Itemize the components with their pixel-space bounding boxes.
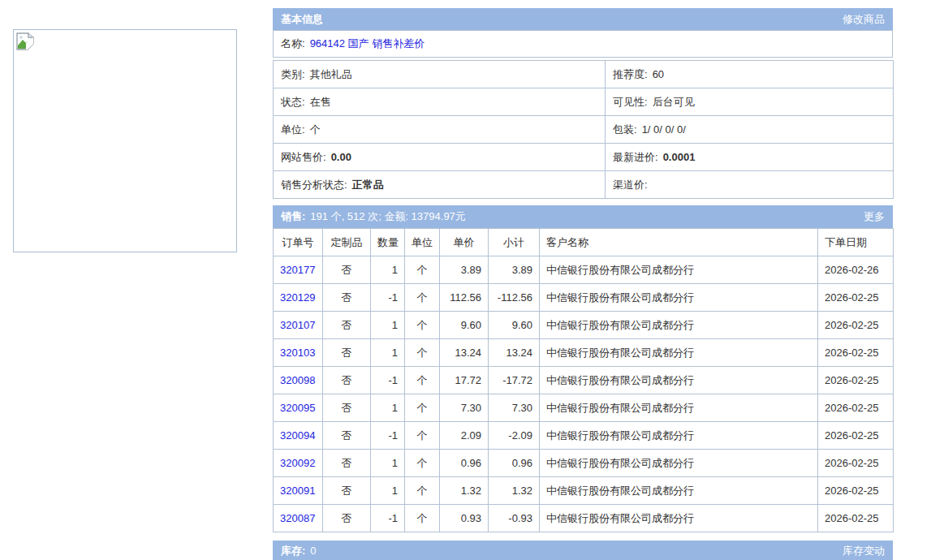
- qty-cell: 1: [371, 450, 405, 477]
- subtotal-cell: -2.09: [489, 422, 540, 450]
- order-no-link[interactable]: 320177: [280, 264, 315, 276]
- sales-table: 订单号 定制品 数量 单位 单价 小计 客户名称 下单日期 320177 否 1…: [273, 228, 894, 532]
- custom-cell: 否: [323, 477, 371, 505]
- custom-cell: 否: [323, 339, 371, 367]
- table-row: 320107 否 1 个 9.60 9.60 中信银行股份有限公司成都分行 20…: [274, 312, 894, 339]
- order-no-cell: 320103: [274, 339, 323, 367]
- col-customer: 客户名称: [540, 229, 818, 256]
- subtotal-cell: 1.32: [489, 477, 540, 505]
- order-no-cell: 320092: [274, 450, 323, 477]
- info-row-analysis: 销售分析状态:正常品 渠道价:: [274, 171, 894, 199]
- custom-cell: 否: [323, 394, 371, 422]
- category-cell: 类别:其他礼品: [274, 61, 606, 88]
- unit-cell: 个: [405, 339, 440, 367]
- order-no-link[interactable]: 320129: [280, 291, 315, 304]
- price-cell: 1.32: [440, 477, 489, 505]
- table-row: 320095 否 1 个 7.30 7.30 中信银行股份有限公司成都分行 20…: [274, 394, 894, 422]
- customer-cell: 中信银行股份有限公司成都分行: [540, 394, 818, 422]
- subtotal-cell: 9.60: [489, 312, 540, 339]
- col-unit: 单位: [405, 229, 440, 256]
- channel-price-label: 渠道价:: [613, 179, 648, 191]
- sales-table-body: 320177 否 1 个 3.89 3.89 中信银行股份有限公司成都分行 20…: [274, 256, 894, 532]
- order-no-link[interactable]: 320095: [280, 402, 315, 414]
- price-cell: 3.89: [440, 256, 489, 284]
- col-subtotal: 小计: [489, 229, 540, 256]
- subtotal-cell: 0.96: [489, 450, 540, 477]
- info-row-unit: 单位:个 包装:1/ 0/ 0/ 0/: [274, 116, 894, 144]
- col-order-no: 订单号: [274, 229, 323, 256]
- category-label: 类别:: [281, 68, 305, 80]
- sales-summary-value: 191 个, 512 次; 金额: 13794.97元: [310, 210, 466, 222]
- stock-bar: 库存:0 库存变动: [273, 541, 893, 560]
- analysis-status-label: 销售分析状态:: [281, 179, 347, 191]
- sales-summary-label: 销售:: [281, 210, 305, 222]
- purchase-price-cell: 最新进价:0.0001: [606, 144, 894, 171]
- unit-cell: 单位:个: [274, 116, 606, 144]
- recommend-value: 60: [653, 68, 664, 80]
- sales-table-header-row: 订单号 定制品 数量 单位 单价 小计 客户名称 下单日期: [274, 229, 894, 256]
- more-link[interactable]: 更多: [864, 205, 885, 228]
- table-row: 320092 否 1 个 0.96 0.96 中信银行股份有限公司成都分行 20…: [274, 450, 894, 477]
- price-cell: 0.96: [440, 450, 489, 477]
- order-no-link[interactable]: 320091: [280, 485, 315, 497]
- product-name-row: 名称:964142 国产 销售补差价: [273, 30, 893, 58]
- qty-cell: -1: [371, 367, 405, 394]
- basic-info-header-bar: 基本信息 修改商品: [273, 8, 893, 30]
- order-no-link[interactable]: 320098: [280, 374, 315, 386]
- info-row-status: 状态:在售 可见性:后台可见: [274, 88, 894, 116]
- site-price-label: 网站售价:: [281, 151, 326, 163]
- table-row: 320087 否 -1 个 0.93 -0.93 中信银行股份有限公司成都分行 …: [274, 505, 894, 532]
- order-no-link[interactable]: 320103: [280, 347, 315, 359]
- visibility-label: 可见性:: [613, 96, 648, 108]
- product-detail-panel: 基本信息 修改商品 名称:964142 国产 销售补差价 类别:其他礼品 推荐度…: [273, 8, 893, 560]
- customer-cell: 中信银行股份有限公司成都分行: [540, 284, 818, 312]
- analysis-status-value: 正常品: [352, 179, 384, 191]
- stock-label: 库存:: [281, 545, 305, 557]
- package-label: 包装:: [613, 123, 637, 136]
- order-no-link[interactable]: 320107: [280, 319, 315, 331]
- edit-product-link[interactable]: 修改商品: [843, 8, 885, 30]
- order-no-link[interactable]: 320087: [280, 512, 315, 524]
- col-qty: 数量: [371, 229, 405, 256]
- package-value: 1/ 0/ 0/ 0/: [642, 123, 686, 136]
- order-no-cell: 320107: [274, 312, 323, 339]
- analysis-status-cell: 销售分析状态:正常品: [274, 171, 606, 199]
- col-price: 单价: [440, 229, 489, 256]
- qty-cell: 1: [371, 312, 405, 339]
- broken-image-icon: [16, 32, 34, 50]
- date-cell: 2026-02-26: [818, 256, 894, 284]
- purchase-price-label: 最新进价:: [613, 151, 658, 163]
- unit-cell: 个: [405, 284, 440, 312]
- customer-cell: 中信银行股份有限公司成都分行: [540, 312, 818, 339]
- info-row-category: 类别:其他礼品 推荐度:60: [274, 61, 894, 88]
- custom-cell: 否: [323, 422, 371, 450]
- order-no-cell: 320177: [274, 256, 323, 284]
- sales-header-bar: 销售:191 个, 512 次; 金额: 13794.97元 更多: [273, 205, 893, 228]
- price-cell: 7.30: [440, 394, 489, 422]
- unit-cell: 个: [405, 256, 440, 284]
- subtotal-cell: 13.24: [489, 339, 540, 367]
- subtotal-cell: -112.56: [489, 284, 540, 312]
- table-row: 320129 否 -1 个 112.56 -112.56 中信银行股份有限公司成…: [274, 284, 894, 312]
- order-no-link[interactable]: 320092: [280, 457, 315, 469]
- qty-cell: -1: [371, 505, 405, 532]
- status-value: 在售: [310, 96, 331, 108]
- order-no-link[interactable]: 320094: [280, 429, 315, 442]
- info-row-price: 网站售价:0.00 最新进价:0.0001: [274, 144, 894, 171]
- qty-cell: -1: [371, 422, 405, 450]
- date-cell: 2026-02-25: [818, 367, 894, 394]
- col-date: 下单日期: [818, 229, 894, 256]
- date-cell: 2026-02-25: [818, 339, 894, 367]
- product-name-link[interactable]: 964142 国产 销售补差价: [310, 37, 425, 50]
- basic-info-table: 类别:其他礼品 推荐度:60 状态:在售 可见性:后台可见 单位:个 包装:1/…: [273, 60, 894, 199]
- stock-changes-link[interactable]: 库存变动: [843, 541, 885, 560]
- customer-cell: 中信银行股份有限公司成都分行: [540, 367, 818, 394]
- unit-cell: 个: [405, 312, 440, 339]
- unit-cell: 个: [405, 450, 440, 477]
- unit-cell: 个: [405, 394, 440, 422]
- customer-cell: 中信银行股份有限公司成都分行: [540, 505, 818, 532]
- order-no-cell: 320095: [274, 394, 323, 422]
- unit-cell: 个: [405, 367, 440, 394]
- price-cell: 9.60: [440, 312, 489, 339]
- order-no-cell: 320098: [274, 367, 323, 394]
